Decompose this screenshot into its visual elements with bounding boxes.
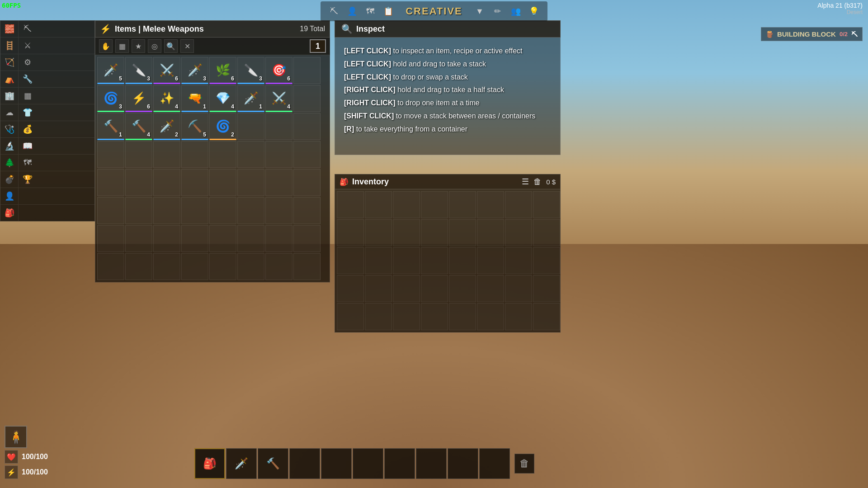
inv-cell-18[interactable]: [365, 247, 392, 274]
filter-hand[interactable]: ✋: [99, 39, 113, 53]
item-cell-8-empty[interactable]: [293, 57, 321, 84]
item-cell-e10[interactable]: [125, 169, 152, 196]
sort-button[interactable]: ☰: [522, 177, 529, 187]
cat-icon-tent[interactable]: ⛺: [0, 71, 19, 87]
tool-icon-8[interactable]: 💡: [526, 3, 542, 19]
item-cell-23-empty[interactable]: [265, 113, 292, 140]
item-cell-e21[interactable]: [209, 197, 236, 224]
item-cell-e13[interactable]: [209, 169, 236, 196]
item-cell-11[interactable]: ✨ 4: [153, 85, 180, 112]
cat-icon-book[interactable]: 📖: [19, 138, 37, 154]
item-cell-e3[interactable]: [153, 141, 180, 168]
inv-cell-38[interactable]: [477, 303, 504, 330]
item-cell-e24[interactable]: [293, 197, 321, 224]
tool-icon-3[interactable]: 🗺: [362, 3, 378, 19]
tool-icon-4[interactable]: 📋: [380, 3, 396, 19]
inv-cell-14[interactable]: [477, 219, 504, 246]
item-cell-12[interactable]: 🔫 1: [181, 85, 208, 112]
item-cell-e11[interactable]: [153, 169, 180, 196]
inv-cell-24[interactable]: [533, 247, 560, 274]
inv-cell-39[interactable]: [505, 303, 532, 330]
cat-icon-stairs[interactable]: 🪜: [0, 38, 19, 54]
item-cell-e22[interactable]: [237, 197, 264, 224]
item-cell-e29[interactable]: [209, 225, 236, 252]
inv-cell-8[interactable]: [533, 191, 560, 218]
hotbar-cell-1[interactable]: 🎒: [194, 448, 225, 479]
cat-icon-coin[interactable]: 💰: [19, 121, 37, 137]
inv-cell-2[interactable]: [365, 191, 392, 218]
inv-cell-13[interactable]: [449, 219, 476, 246]
item-cell-e30[interactable]: [237, 225, 264, 252]
item-cell-e31[interactable]: [265, 225, 292, 252]
inv-cell-7[interactable]: [505, 191, 532, 218]
item-cell-20[interactable]: ⛏️ 5: [181, 113, 208, 140]
item-cell-e19[interactable]: [153, 197, 180, 224]
cat-icon-bomb[interactable]: 💣: [0, 171, 19, 188]
hotbar-cell-9[interactable]: [448, 448, 478, 479]
item-cell-e6[interactable]: [237, 141, 264, 168]
item-cell-7[interactable]: 🎯 6: [265, 57, 292, 84]
item-cell-e38[interactable]: [237, 253, 264, 280]
item-cell-e2[interactable]: [125, 141, 152, 168]
item-cell-6[interactable]: 🔪 3: [237, 57, 264, 84]
item-cell-14[interactable]: 🗡️ 1: [237, 85, 264, 112]
inv-cell-17[interactable]: [337, 247, 364, 274]
item-cell-e26[interactable]: [125, 225, 152, 252]
filter-search[interactable]: 🔍: [164, 39, 178, 53]
inv-cell-5[interactable]: [449, 191, 476, 218]
inv-cell-25[interactable]: [337, 275, 364, 302]
hotbar-cell-6[interactable]: [353, 448, 383, 479]
hotbar-cell-8[interactable]: [416, 448, 447, 479]
inv-cell-20[interactable]: [421, 247, 448, 274]
cat-icon-person[interactable]: 👤: [0, 188, 19, 204]
item-cell-1[interactable]: 🗡️ 5: [97, 57, 124, 84]
inv-cell-33[interactable]: [337, 303, 364, 330]
item-cell-16-empty[interactable]: [293, 85, 321, 112]
cat-icon-trophy[interactable]: 🏆: [19, 171, 37, 188]
tool-icon-7[interactable]: 👥: [508, 3, 524, 19]
item-cell-e36[interactable]: [181, 253, 208, 280]
inv-cell-10[interactable]: [365, 219, 392, 246]
cat-icon-block[interactable]: 🏢: [0, 88, 19, 104]
inv-cell-3[interactable]: [393, 191, 420, 218]
inv-cell-36[interactable]: [421, 303, 448, 330]
cat-icon-cloud[interactable]: ☁: [0, 104, 19, 121]
item-cell-e27[interactable]: [153, 225, 180, 252]
cat-icon-pick[interactable]: ⛏: [19, 21, 37, 37]
item-cell-e4[interactable]: [181, 141, 208, 168]
inv-cell-23[interactable]: [505, 247, 532, 274]
item-cell-e39[interactable]: [265, 253, 292, 280]
tool-icon-5[interactable]: ▼: [472, 3, 488, 19]
item-cell-22-empty[interactable]: [237, 113, 264, 140]
inv-cell-1[interactable]: [337, 191, 364, 218]
item-cell-17[interactable]: 🔨 1: [97, 113, 124, 140]
cat-icon-map[interactable]: 🗺: [19, 155, 37, 171]
item-cell-e7[interactable]: [265, 141, 292, 168]
item-cell-9[interactable]: 🌀 3: [97, 85, 124, 112]
item-cell-e25[interactable]: [97, 225, 124, 252]
item-cell-e14[interactable]: [237, 169, 264, 196]
hotbar-cell-10[interactable]: [479, 448, 510, 479]
filter-star[interactable]: ★: [132, 39, 145, 53]
item-cell-15[interactable]: ⚔️ 4: [265, 85, 292, 112]
item-cell-e34[interactable]: [125, 253, 152, 280]
item-cell-e33[interactable]: [97, 253, 124, 280]
item-cell-24-empty[interactable]: [293, 113, 321, 140]
cat-icon-wall[interactable]: 🧱: [0, 21, 19, 37]
inv-cell-9[interactable]: [337, 219, 364, 246]
cat-icon-arch[interactable]: 🏹: [0, 54, 19, 70]
inv-cell-37[interactable]: [449, 303, 476, 330]
tool-icon-6[interactable]: ✏: [490, 3, 506, 19]
item-cell-e8[interactable]: [293, 141, 321, 168]
item-cell-e18[interactable]: [125, 197, 152, 224]
item-cell-e35[interactable]: [153, 253, 180, 280]
item-cell-18[interactable]: 🔨 4: [125, 113, 152, 140]
hotbar-cell-2[interactable]: 🗡️: [226, 448, 257, 479]
item-cell-e17[interactable]: [97, 197, 124, 224]
item-cell-e16[interactable]: [293, 169, 321, 196]
item-cell-2[interactable]: 🔪 3: [125, 57, 152, 84]
filter-eye[interactable]: ◎: [148, 39, 161, 53]
inv-cell-29[interactable]: [449, 275, 476, 302]
inv-cell-35[interactable]: [393, 303, 420, 330]
item-cell-13[interactable]: 💎 4: [209, 85, 236, 112]
